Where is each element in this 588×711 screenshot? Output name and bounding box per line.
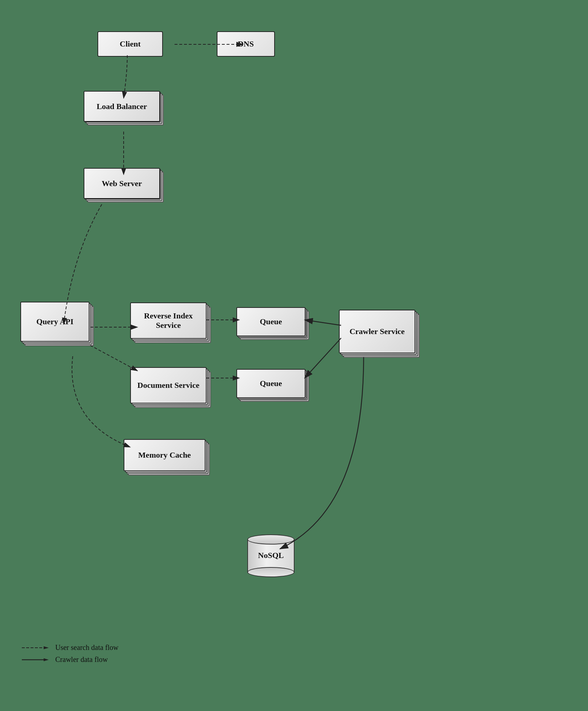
- cylinder-bottom: [247, 567, 295, 577]
- dns-box: DNS: [217, 31, 275, 57]
- reverse-index-label: Reverse Index Service: [134, 311, 203, 330]
- memory-cache-label: Memory Cache: [138, 450, 191, 460]
- nosql-label: NoSQL: [258, 551, 284, 560]
- svg-marker-11: [44, 646, 49, 649]
- crawler-service-label: Crawler Service: [349, 327, 405, 336]
- dns-label: DNS: [238, 39, 254, 49]
- nosql-cylinder: NoSQL: [247, 534, 295, 577]
- svg-line-9: [305, 338, 341, 378]
- legend-user-search: User search data flow: [22, 643, 119, 652]
- svg-marker-13: [44, 658, 49, 661]
- document-service-label: Document Service: [137, 381, 199, 390]
- web-server-label: Web Server: [102, 179, 142, 188]
- legend: User search data flow Crawler data flow: [22, 643, 119, 667]
- cylinder-top: [247, 534, 295, 545]
- svg-line-8: [305, 320, 341, 325]
- legend-crawler-label: Crawler data flow: [55, 655, 108, 664]
- diagram-container: Client DNS Load Balancer Web Server Quer…: [0, 0, 588, 711]
- queue1-label: Queue: [260, 317, 282, 326]
- client-box: Client: [97, 31, 163, 57]
- client-label: Client: [120, 39, 140, 49]
- legend-crawler: Crawler data flow: [22, 655, 119, 664]
- load-balancer-label: Load Balancer: [97, 102, 147, 111]
- legend-user-search-label: User search data flow: [55, 643, 119, 652]
- query-api-label: Query API: [36, 317, 73, 326]
- queue2-label: Queue: [260, 379, 282, 388]
